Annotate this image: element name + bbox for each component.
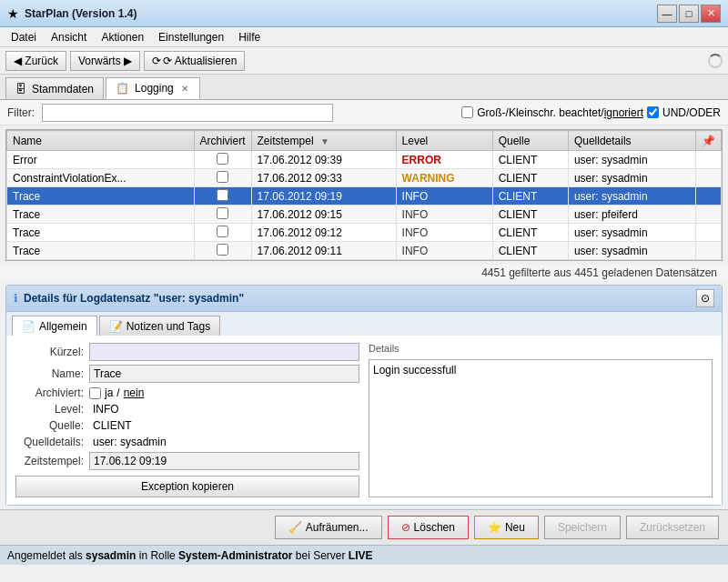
- case-sensitive-label[interactable]: Groß-/Kleinschr. beachtet/ignoriert: [477, 106, 643, 119]
- table-row[interactable]: Error 17.06.2012 09:39 ERROR CLIENT user…: [7, 151, 722, 169]
- table-row[interactable]: Trace 17.06.2012 09:15 INFO CLIENT user:…: [7, 206, 722, 224]
- kuerzel-input[interactable]: [89, 343, 359, 361]
- level-label: Level:: [15, 403, 84, 416]
- col-quelle-header[interactable]: Quelle: [492, 131, 568, 151]
- table-row[interactable]: Trace 17.06.2012 09:11 INFO CLIENT user:…: [7, 242, 722, 260]
- cell-quelldetails: user: ...: [568, 260, 695, 262]
- name-input[interactable]: [89, 365, 359, 383]
- refresh-button[interactable]: ⟳ ⟳ Aktualisieren: [144, 51, 245, 71]
- speichern-button[interactable]: Speichern: [544, 516, 621, 539]
- speichern-label: Speichern: [558, 521, 607, 534]
- zuruecksetzen-button[interactable]: Zurücksetzen: [626, 516, 719, 539]
- quelle-label: Quelle:: [15, 419, 84, 432]
- loeschen-icon: ⊘: [401, 521, 410, 534]
- cell-level: INFO: [396, 224, 492, 242]
- aufraumen-button[interactable]: 🧹 Aufräumen...: [275, 516, 382, 539]
- minimize-button[interactable]: —: [657, 5, 677, 23]
- cell-name: ConstraintViolationEx...: [7, 169, 195, 187]
- tab-logging[interactable]: 📋 Logging ✕: [106, 77, 200, 99]
- archiviert-ja-label[interactable]: ja: [105, 386, 113, 399]
- log-table-container[interactable]: Name Archiviert Zeitstempel ▼ Level Quel…: [5, 129, 723, 261]
- notizen-icon: 📝: [109, 320, 123, 333]
- neu-button[interactable]: ⭐ Neu: [474, 516, 539, 539]
- menu-einstellungen[interactable]: Einstellungen: [151, 27, 231, 46]
- maximize-button[interactable]: □: [679, 5, 699, 23]
- col-extra-header: 📌: [696, 131, 722, 151]
- und-oder-label[interactable]: UND/ODER: [662, 106, 721, 119]
- tab-stammdaten-label: Stammdaten: [32, 83, 94, 95]
- zeitstempel-input[interactable]: [89, 452, 359, 470]
- refresh-label: ⟳ Aktualisieren: [163, 55, 237, 67]
- forward-label: Vorwärts ▶: [78, 55, 132, 67]
- kuerzel-label: Kürzel:: [15, 346, 84, 358]
- cell-extra: [696, 151, 722, 169]
- tab-notizen[interactable]: 📝 Notizen und Tags: [99, 316, 221, 336]
- col-name-header[interactable]: Name: [7, 131, 195, 151]
- cell-archiviert: [194, 151, 251, 169]
- details-collapse-button[interactable]: ⊙: [696, 289, 714, 307]
- cell-level: INFO: [396, 260, 492, 262]
- cell-extra: [696, 187, 722, 206]
- tab-allgemein[interactable]: 📄 Allgemein: [12, 316, 97, 336]
- cell-extra: [696, 260, 722, 262]
- archiviert-label: Archiviert:: [15, 386, 84, 399]
- menubar: Datei Ansicht Aktionen Einstellungen Hil…: [0, 27, 728, 47]
- col-archiviert-header[interactable]: Archiviert: [194, 131, 251, 151]
- stammdaten-icon: 🗄: [15, 83, 26, 95]
- aufraumen-icon: 🧹: [288, 521, 302, 534]
- col-level-header[interactable]: Level: [396, 131, 492, 151]
- statusbar-text: Angemeldet als sysadmin in Rolle System-…: [7, 549, 373, 562]
- menu-aktionen[interactable]: Aktionen: [94, 27, 151, 46]
- archiviert-nein-label[interactable]: nein: [124, 386, 145, 399]
- table-row[interactable]: Trace 17.06.2012 09:19 INFO CLIENT user:…: [7, 187, 722, 206]
- cell-quelle: CLIENT: [492, 169, 568, 187]
- cell-archiviert: [194, 242, 251, 260]
- back-button[interactable]: ◀ Zurück: [5, 51, 66, 71]
- und-oder-checkbox[interactable]: [647, 106, 659, 118]
- forward-button[interactable]: Vorwärts ▶: [70, 51, 140, 71]
- col-quelldetails-header[interactable]: Quelldetails: [568, 131, 695, 151]
- quelldetails-value: user: sysadmin: [89, 436, 359, 448]
- cell-name: Error: [7, 151, 195, 169]
- archiviert-checkbox[interactable]: [89, 387, 101, 399]
- close-button[interactable]: ✕: [701, 5, 721, 23]
- exception-button[interactable]: Exception kopieren: [15, 476, 359, 497]
- form-area: Kürzel: Name: Archiviert: ja / nein Leve…: [6, 336, 722, 505]
- toolbar: ◀ Zurück Vorwärts ▶ ⟳ ⟳ Aktualisieren: [0, 47, 728, 75]
- cell-level: INFO: [396, 187, 492, 206]
- refresh-icon: ⟳: [152, 55, 161, 67]
- inner-tabs: 📄 Allgemein 📝 Notizen und Tags: [6, 312, 722, 336]
- details-title: Details für Logdatensatz "user: sysadmin…: [24, 292, 691, 305]
- cell-quelle: CLIENT: [492, 242, 568, 260]
- cell-extra: [696, 169, 722, 187]
- table-row[interactable]: Trace 17.06.2012 08:52 INFO CLIENT user:…: [7, 260, 722, 262]
- loeschen-button[interactable]: ⊘ Löschen: [388, 516, 469, 539]
- menu-ansicht[interactable]: Ansicht: [44, 27, 94, 46]
- filter-input[interactable]: [42, 104, 333, 122]
- menu-hilfe[interactable]: Hilfe: [231, 27, 268, 46]
- cell-zeitstempel: 17.06.2012 09:33: [251, 169, 396, 187]
- statusbar-role: System-Administrator: [178, 549, 292, 562]
- cell-archiviert: [194, 187, 251, 206]
- tab-logging-close[interactable]: ✕: [179, 84, 190, 94]
- cell-archiviert: [194, 224, 251, 242]
- case-sensitive-checkbox[interactable]: [461, 106, 473, 118]
- details-textarea[interactable]: Login successfull: [369, 359, 713, 497]
- quelldetails-label: Quelldetails:: [15, 436, 84, 448]
- filter-row: Filter: Groß-/Kleinschr. beachtet/ignori…: [0, 100, 728, 125]
- aufraumen-label: Aufräumen...: [306, 521, 369, 534]
- table-row[interactable]: Trace 17.06.2012 09:12 INFO CLIENT user:…: [7, 224, 722, 242]
- loading-spinner: [708, 54, 723, 68]
- col-zeitstempel-header[interactable]: Zeitstempel ▼: [251, 131, 396, 151]
- cell-quelldetails: user: sysadmin: [568, 151, 695, 169]
- app-icon: ★: [7, 6, 19, 21]
- cell-name: Trace: [7, 242, 195, 260]
- details-header: ℹ Details für Logdatensatz "user: sysadm…: [6, 286, 722, 312]
- menu-datei[interactable]: Datei: [4, 27, 44, 46]
- table-row[interactable]: ConstraintViolationEx... 17.06.2012 09:3…: [7, 169, 722, 187]
- filter-label: Filter:: [7, 106, 35, 119]
- record-count: 4451 gefilterte aus 4451 geladenen Daten…: [0, 265, 728, 281]
- tab-stammdaten[interactable]: 🗄 Stammdaten: [5, 77, 104, 99]
- neu-label: Neu: [505, 521, 525, 534]
- name-label: Name:: [15, 367, 84, 380]
